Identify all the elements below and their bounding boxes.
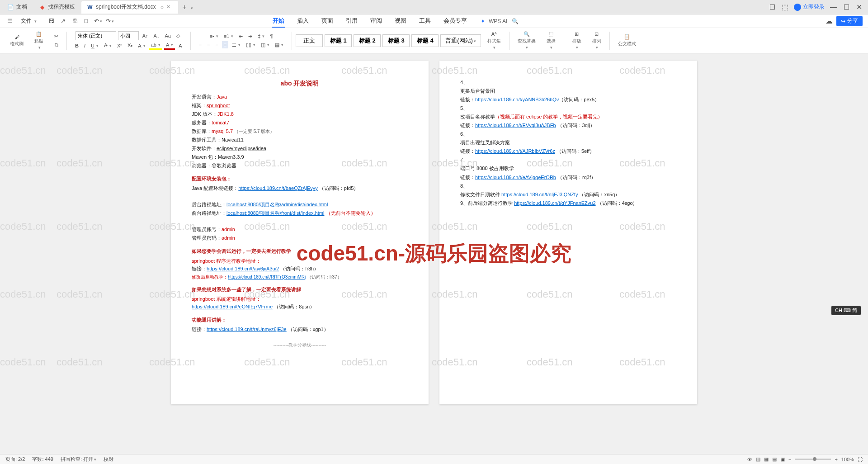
ribbon: 🖌格式刷 📋粘贴 ✂⧉ A↑ A↓ Aa ◇ B I U A̶ X² X₂ A … bbox=[0, 28, 868, 53]
layout-outline-icon[interactable]: ▤ bbox=[772, 456, 777, 462]
borders-icon[interactable]: ▦ bbox=[273, 41, 285, 49]
tab-review[interactable]: 审阅 bbox=[369, 15, 383, 28]
strike-icon[interactable]: A̶ bbox=[102, 42, 113, 49]
show-marks-icon[interactable]: ¶ bbox=[268, 33, 274, 40]
clear-format-icon[interactable]: ◇ bbox=[175, 32, 182, 40]
proofing[interactable]: 校对 bbox=[104, 456, 113, 463]
change-case-icon[interactable]: Aa bbox=[163, 32, 172, 39]
layout-read-icon[interactable]: ▣ bbox=[780, 456, 785, 462]
align-justify-icon[interactable]: ≡ bbox=[222, 41, 228, 48]
cut-icon[interactable]: ✂ bbox=[52, 33, 60, 40]
decrease-indent-icon[interactable]: ⇤ bbox=[237, 33, 245, 40]
tab-current-doc[interactable]: Wspringboot开发文档.docx○✕ bbox=[81, 1, 178, 14]
align-button[interactable]: ⊡排列 bbox=[590, 30, 603, 51]
spell-check[interactable]: 拼写检查: 打开 bbox=[61, 456, 96, 463]
style-h3[interactable]: 标题 3 bbox=[382, 34, 410, 47]
zoom-level[interactable]: 100% bbox=[841, 457, 854, 462]
font-name-select[interactable] bbox=[75, 31, 116, 40]
tab-docs[interactable]: 📄文档 bbox=[2, 1, 33, 14]
maximize-icon[interactable] bbox=[843, 4, 850, 11]
distribute-icon[interactable]: ☰ bbox=[230, 41, 242, 49]
add-tab-button[interactable]: + bbox=[179, 2, 190, 13]
styles-icon: Aᴬ bbox=[491, 31, 497, 37]
brush-icon: 🖌 bbox=[14, 34, 19, 40]
shrink-font-icon[interactable]: A↓ bbox=[152, 32, 161, 39]
tab-overflow[interactable] bbox=[190, 3, 193, 11]
document-area[interactable]: code51.cn-源码乐园盗图必究 abo 开发说明 开发语言：Java框架：… bbox=[0, 53, 868, 454]
minimize-icon[interactable]: — bbox=[830, 4, 837, 11]
style-normal[interactable]: 正文 bbox=[296, 34, 323, 47]
page-1: abo 开发说明 开发语言：Java框架：springbootJDK 版本：JD… bbox=[171, 61, 429, 404]
tab-page[interactable]: 页面 bbox=[321, 15, 334, 28]
layout-web-icon[interactable]: ▦ bbox=[764, 456, 769, 462]
copy-icon[interactable]: ⧉ bbox=[53, 41, 60, 49]
official-mode-button[interactable]: 📋公文模式 bbox=[616, 33, 638, 48]
tab-reference[interactable]: 引用 bbox=[345, 15, 359, 28]
font-size-select[interactable] bbox=[118, 31, 139, 40]
cloud-icon[interactable]: ☁ bbox=[826, 18, 833, 25]
numbering-icon[interactable]: ≡1 bbox=[222, 33, 236, 40]
tab-start[interactable]: 开始 bbox=[272, 15, 285, 28]
shading-icon[interactable]: ◫ bbox=[259, 41, 271, 49]
word-count[interactable]: 字数: 449 bbox=[32, 456, 53, 463]
cube-icon[interactable]: ⬚ bbox=[781, 4, 788, 11]
align-center-icon[interactable]: ≡ bbox=[205, 41, 212, 48]
clipboard-icon: 📋 bbox=[36, 31, 42, 37]
close-tab-icon[interactable]: ✕ bbox=[166, 4, 173, 10]
italic-icon[interactable]: I bbox=[82, 42, 87, 49]
columns-icon[interactable]: ▯▯ bbox=[244, 41, 257, 49]
hamburger-icon[interactable]: ☰ bbox=[5, 17, 14, 26]
wps-ai-button[interactable]: ✦WPS AI🔍 bbox=[481, 18, 519, 24]
view-icon[interactable]: 👁 bbox=[747, 457, 752, 462]
close-window-icon[interactable]: ✕ bbox=[855, 4, 863, 11]
increase-indent-icon[interactable]: ⇥ bbox=[246, 33, 254, 40]
export-icon[interactable]: ↗ bbox=[58, 17, 67, 26]
font-color-icon[interactable]: A bbox=[164, 41, 175, 50]
login-button[interactable]: 立即登录 bbox=[794, 3, 825, 11]
style-h2[interactable]: 标题 2 bbox=[354, 34, 381, 47]
tab-insert[interactable]: 插入 bbox=[296, 15, 310, 28]
tab-tools[interactable]: 工具 bbox=[418, 15, 432, 28]
zoom-in-icon[interactable]: + bbox=[835, 457, 837, 462]
find-replace-button[interactable]: 🔍查找替换 bbox=[516, 30, 538, 51]
share-button[interactable]: ↪分享 bbox=[836, 16, 863, 26]
bold-icon[interactable]: B bbox=[73, 42, 80, 49]
window-restore-icon[interactable] bbox=[769, 4, 776, 11]
style-web[interactable]: 普通(网站) bbox=[440, 34, 481, 47]
doc-title: abo 开发说明 bbox=[192, 79, 408, 89]
fullscreen-icon[interactable]: ⛶ bbox=[858, 457, 863, 462]
underline-icon[interactable]: U bbox=[89, 42, 100, 49]
subscript-icon[interactable]: X₂ bbox=[126, 42, 134, 49]
grow-font-icon[interactable]: A↑ bbox=[141, 32, 150, 39]
tab-vip[interactable]: 会员专享 bbox=[443, 15, 468, 28]
superscript-icon[interactable]: X² bbox=[115, 42, 124, 49]
ime-indicator[interactable]: CH ⌨ 简 bbox=[831, 306, 861, 315]
sort-button[interactable]: ⊞排版 bbox=[571, 30, 583, 51]
zoom-out-icon[interactable]: − bbox=[788, 457, 791, 462]
style-h1[interactable]: 标题 1 bbox=[325, 34, 352, 47]
save-icon[interactable]: 🖫 bbox=[47, 17, 56, 26]
style-set-button[interactable]: Aᴬ样式集 bbox=[486, 30, 503, 51]
layout-print-icon[interactable]: ▥ bbox=[756, 456, 760, 462]
format-painter-button[interactable]: 🖌格式刷 bbox=[8, 33, 25, 48]
bullets-icon[interactable]: ≡• bbox=[208, 33, 220, 40]
print-preview-icon[interactable]: 🗋 bbox=[82, 17, 91, 26]
align-right-icon[interactable]: ≡ bbox=[213, 41, 220, 48]
tab-view[interactable]: 视图 bbox=[394, 15, 407, 28]
undo-button[interactable]: ↶ bbox=[94, 17, 103, 26]
file-menu[interactable]: 文件 bbox=[18, 16, 39, 26]
line-spacing-icon[interactable]: ‡ bbox=[256, 33, 266, 40]
style-h4[interactable]: 标题 4 bbox=[411, 34, 439, 47]
redo-button[interactable]: ↷ bbox=[105, 17, 114, 26]
ribbon-tabs: 开始 插入 页面 引用 审阅 视图 工具 会员专享 bbox=[272, 15, 468, 28]
page-count[interactable]: 页面: 2/2 bbox=[5, 456, 25, 463]
tab-templates[interactable]: ◆找稻壳模板 bbox=[33, 1, 80, 14]
text-effects-icon[interactable]: A bbox=[136, 42, 147, 49]
print-icon[interactable]: 🖶 bbox=[70, 17, 79, 26]
highlight-icon[interactable]: ab bbox=[149, 41, 162, 50]
select-button[interactable]: ⬚选择 bbox=[545, 30, 557, 51]
align-left-icon[interactable]: ≡ bbox=[197, 41, 203, 48]
phonetic-icon[interactable]: A bbox=[177, 42, 184, 49]
rice-icon: ◆ bbox=[39, 4, 45, 10]
paste-button[interactable]: 📋粘贴 bbox=[33, 30, 45, 51]
